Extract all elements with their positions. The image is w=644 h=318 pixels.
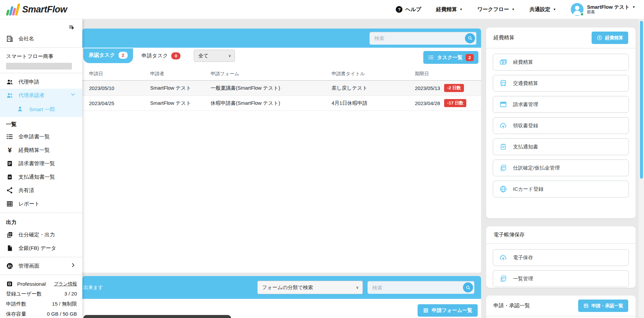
share-icon	[6, 187, 13, 194]
sidebar-collapse-icon[interactable]	[68, 24, 76, 31]
sidebar-item-invoice-list[interactable]: 請求書管理一覧	[0, 157, 82, 170]
tasks-panel-header	[82, 29, 481, 48]
sidebar-item-label: 共有済	[18, 187, 34, 194]
expense-item-journal[interactable]: 仕訳確定/仮払金管理	[493, 160, 629, 176]
list-icon	[428, 54, 434, 60]
redacted-text	[6, 63, 72, 70]
chevron-down-icon	[70, 92, 78, 99]
forms-search-input[interactable]	[368, 281, 474, 294]
request-count-badge: 0	[171, 52, 180, 59]
sidebar-item-payment-notice-list[interactable]: 支払通知書一覧	[0, 170, 82, 184]
sidebar-item-label: 支払通知書一覧	[18, 174, 55, 181]
sidebar-item-expense-list[interactable]: ¥ 経費精算一覧	[0, 143, 82, 157]
svg-text:$: $	[599, 36, 600, 39]
plan-row: Professional プラン情報	[0, 277, 82, 289]
sidebar-item-label: レポート	[18, 200, 40, 208]
building-icon	[6, 35, 13, 42]
chevron-right-icon	[70, 262, 78, 270]
sidebar-item-zengin-data[interactable]: 全銀(FB) データ	[0, 241, 82, 255]
smartflow-logo[interactable]: SmartFlow	[7, 3, 67, 15]
chevron-down-icon: ▼	[460, 8, 463, 11]
divider	[0, 47, 82, 48]
task-list-button[interactable]: タスク一覧 2	[423, 51, 478, 64]
table-row[interactable]: 2023/04/25 SmartFlow テスト 休暇申請書(SmartFlow…	[82, 96, 481, 111]
tasks-tabs: 承認タスク 2 申請タスク 0 全て ∨ タスク一覧 2	[82, 48, 481, 64]
yen-icon: ¥	[6, 146, 13, 154]
sidebar-item-label: 会社名	[18, 35, 34, 42]
expense-item-transport[interactable]: 交通費精算	[493, 75, 629, 92]
divider	[0, 213, 82, 213]
approval-list-button[interactable]: 申請・承認一覧	[578, 300, 629, 312]
user-name: SmartFlow テスト	[587, 4, 630, 10]
ebook-card-title: 電子帳簿保存	[493, 231, 525, 238]
task-table-header: 申請日 申請者 申請フォーム 申請書タイトル 期限日	[82, 67, 481, 81]
sidebar-item-shared[interactable]: 共有済	[0, 184, 82, 197]
sidebar-item-journal-output[interactable]: 仕分確定・出力	[0, 228, 82, 241]
train-icon	[499, 79, 507, 87]
user-menu[interactable]: SmartFlow テスト ▼ 部長	[571, 3, 635, 16]
sidebar-item-proxy-user[interactable]: Smart 一郎	[0, 102, 82, 117]
sidebar-item-company[interactable]: 会社名	[0, 32, 82, 45]
tab-approval-tasks[interactable]: 承認タスク 2	[83, 48, 133, 63]
search-button[interactable]	[465, 33, 475, 43]
expense-item-ic-card[interactable]: ICカード登録	[493, 181, 629, 197]
card-icon	[499, 100, 507, 108]
form-category-select[interactable]: フォームの分類で検索 ∨	[257, 281, 363, 294]
nav-workflow-menu[interactable]: ワークフロー ▼	[477, 6, 515, 13]
forms-search	[368, 281, 474, 294]
left-sidebar: 会社名 スマートフロー商事 代理申請 代理承認者 Smart 一郎	[0, 19, 82, 318]
stat-request-count: 申請件数15 / 無制限	[0, 299, 82, 309]
overdue-badge: -2 日数	[444, 84, 464, 92]
sidebar-item-label: 請求書管理一覧	[18, 160, 55, 167]
approval-card-title: 申請・承認一覧	[493, 302, 530, 309]
tasks-panel-body: 承認タスク 2 申請タスク 0 全て ∨ タスク一覧 2	[82, 48, 481, 273]
avatar	[571, 3, 584, 16]
tasks-search-input[interactable]	[370, 32, 476, 45]
chevron-down-icon: ∨	[228, 53, 231, 58]
cloud-upload-icon	[499, 122, 507, 130]
sidebar-item-label: 経費精算一覧	[18, 147, 50, 154]
sidebar-section-output: 出力	[0, 215, 82, 228]
sidebar-item-proxy-apply[interactable]: 代理申請	[0, 75, 82, 89]
chevron-down-icon: ▼	[553, 8, 556, 11]
expense-item-expense[interactable]: 経費精算	[493, 54, 629, 71]
overdue-badge: -17 日数	[444, 99, 466, 107]
expense-item-receipt-upload[interactable]: 領収書登録	[493, 117, 629, 134]
sidebar-section-list: 一覧	[0, 117, 82, 130]
cell-form: 休暇申請書(SmartFlow テスト)	[211, 100, 332, 106]
expense-item-payment-notice[interactable]: 支払通知書	[493, 138, 629, 155]
scrollbar-thumb[interactable]	[640, 21, 643, 179]
expense-header-button[interactable]: $ 経費精算	[592, 32, 628, 44]
nav-expense-menu[interactable]: 経費精算 ▼	[436, 6, 463, 13]
ebook-item-storage[interactable]: 電子保存	[493, 249, 629, 266]
sidebar-item-label: 全申請書一覧	[18, 133, 50, 140]
approval-count-badge: 2	[119, 52, 128, 59]
people-icon	[6, 92, 13, 99]
expense-item-invoice[interactable]: 請求書管理	[493, 96, 629, 113]
ebook-item-list[interactable]: 一覧管理	[493, 270, 629, 287]
forms-hint-text: 出来ます	[83, 284, 103, 291]
sidebar-item-report[interactable]: レポート	[0, 197, 82, 211]
form-list-button[interactable]: 申請フォーム一覧	[418, 304, 478, 317]
nav-settings-menu[interactable]: 共通設定 ▼	[529, 6, 556, 13]
task-filter-select[interactable]: 全て ∨	[194, 50, 235, 62]
task-list-count-badge: 2	[466, 54, 474, 61]
sidebar-item-proxy-approver[interactable]: 代理承認者	[0, 89, 82, 102]
plan-info-link[interactable]: プラン情報	[54, 281, 77, 287]
sidebar-item-label: 代理申請	[18, 79, 39, 86]
table-row[interactable]: 2023/05/10 SmartFlow テスト 一般稟議書(SmartFlow…	[82, 81, 481, 96]
grid-icon	[423, 308, 429, 313]
globe-icon	[499, 185, 507, 193]
help-icon: ?	[396, 6, 402, 13]
sidebar-item-admin[interactable]: 管理画面	[0, 259, 82, 273]
expense-card: 経費精算 $ 経費精算 経費精算	[486, 28, 636, 218]
cell-date: 2023/05/10	[89, 85, 150, 91]
chevron-down-icon: ∨	[356, 285, 359, 290]
right-sidebar: 経費精算 $ 経費精算 経費精算	[486, 19, 636, 318]
tab-request-tasks[interactable]: 申請タスク 0	[142, 52, 181, 59]
cell-title: 差し戻しテスト	[332, 85, 415, 91]
sidebar-item-all-requests[interactable]: 全申請書一覧	[0, 130, 82, 143]
nav-help[interactable]: ? ヘルプ	[396, 6, 421, 13]
search-button[interactable]	[463, 282, 473, 292]
divider	[0, 257, 82, 257]
